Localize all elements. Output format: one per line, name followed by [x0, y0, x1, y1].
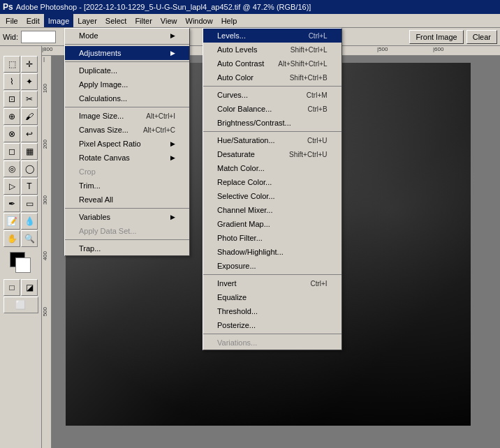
- image-menu-mode[interactable]: Mode ▶: [65, 29, 189, 43]
- adj-shadow-highlight[interactable]: Shadow/Highlight...: [203, 245, 341, 259]
- adj-sep4: [203, 334, 341, 334]
- crop-tool[interactable]: ⊡: [3, 91, 20, 107]
- standard-mode[interactable]: □: [3, 279, 20, 296]
- dodge-tool[interactable]: ◯: [21, 160, 38, 177]
- pen-tool[interactable]: ✒: [3, 195, 20, 212]
- menu-window[interactable]: Window: [182, 14, 217, 27]
- adj-threshold[interactable]: Threshold...: [203, 304, 341, 318]
- adj-photo-filter[interactable]: Photo Filter...: [203, 231, 341, 245]
- image-menu-trim[interactable]: Trim...: [65, 179, 189, 193]
- eraser-tool[interactable]: ◻: [3, 143, 20, 160]
- menu-select[interactable]: Select: [101, 14, 131, 27]
- image-menu-sep4: [65, 208, 189, 209]
- hand-tool[interactable]: ✋: [3, 230, 20, 247]
- marquee-tool[interactable]: ⬚: [3, 56, 20, 73]
- tool-row-3: ⊡ ✂: [3, 91, 38, 107]
- image-menu-adjustments[interactable]: Adjustments ▶: [65, 46, 189, 60]
- adj-selective-color[interactable]: Selective Color...: [203, 189, 341, 203]
- front-image-button[interactable]: Front Image: [409, 30, 463, 44]
- menu-filter[interactable]: Filter: [131, 14, 156, 27]
- magic-wand-tool[interactable]: ✦: [21, 73, 38, 90]
- blur-tool[interactable]: ◎: [3, 160, 20, 177]
- view-mode-row: □ ◪: [3, 279, 38, 296]
- tool-row-4: ⊕ 🖌: [3, 108, 38, 125]
- brush-tool[interactable]: 🖌: [21, 108, 38, 125]
- mode-submenu-arrow: ▶: [170, 32, 175, 39]
- menu-help[interactable]: Help: [217, 14, 242, 27]
- adj-brightness-contrast[interactable]: Brightness/Contrast...: [203, 116, 341, 130]
- tool-row-10: 📝 💧: [3, 213, 38, 230]
- image-menu-calculations[interactable]: Calculations...: [65, 91, 189, 105]
- adj-auto-contrast[interactable]: Auto Contrast Alt+Shift+Ctrl+L: [203, 57, 341, 70]
- adj-color-balance[interactable]: Color Balance... Ctrl+B: [203, 102, 341, 116]
- history-brush-tool[interactable]: ↩: [21, 126, 38, 142]
- move-tool[interactable]: ✛: [21, 56, 38, 73]
- image-menu-apply-data-set[interactable]: Apply Data Set...: [65, 224, 189, 238]
- tool-row-1: ⬚ ✛: [3, 56, 38, 73]
- adj-auto-color[interactable]: Auto Color Shift+Ctrl+B: [203, 70, 341, 84]
- eyedropper-tool[interactable]: 💧: [21, 213, 38, 230]
- width-input[interactable]: [21, 31, 56, 43]
- image-menu-rotate-canvas[interactable]: Rotate Canvas ▶: [65, 151, 189, 165]
- image-menu-sep2: [65, 61, 189, 62]
- title-bar: Ps Adobe Photoshop - [2022-12-10-1229_5-…: [0, 0, 500, 14]
- adj-gradient-map[interactable]: Gradient Map...: [203, 217, 341, 231]
- menu-file[interactable]: File: [1, 14, 22, 27]
- image-menu-reveal-all[interactable]: Reveal All: [65, 193, 189, 207]
- image-menu-variables[interactable]: Variables ▶: [65, 210, 189, 224]
- adj-variations[interactable]: Variations...: [203, 336, 341, 350]
- background-color[interactable]: [15, 257, 31, 273]
- path-selection-tool[interactable]: ▷: [3, 178, 20, 195]
- image-menu-image-size[interactable]: Image Size... Alt+Ctrl+I: [65, 109, 189, 123]
- clone-stamp-tool[interactable]: ⊗: [3, 126, 20, 142]
- adjustments-submenu: Levels... Ctrl+L Auto Levels Shift+Ctrl+…: [203, 28, 342, 350]
- image-menu-canvas-size[interactable]: Canvas Size... Alt+Ctrl+C: [65, 123, 189, 137]
- adjustments-submenu-arrow: ▶: [170, 50, 175, 57]
- slice-tool[interactable]: ✂: [21, 91, 38, 107]
- image-menu: Mode ▶ Adjustments ▶ Duplicate... Apply …: [64, 28, 190, 256]
- adj-posterize[interactable]: Posterize...: [203, 318, 341, 332]
- notes-tool[interactable]: 📝: [3, 213, 20, 230]
- adj-desaturate[interactable]: Desaturate Shift+Ctrl+U: [203, 147, 341, 161]
- variables-arrow: ▶: [170, 214, 175, 221]
- menu-view[interactable]: View: [156, 14, 182, 27]
- image-menu-crop[interactable]: Crop: [65, 165, 189, 179]
- menu-edit[interactable]: Edit: [22, 14, 44, 27]
- tool-row-6: ◻ ▦: [3, 143, 38, 160]
- adj-match-color[interactable]: Match Color...: [203, 161, 341, 175]
- adj-equalize[interactable]: Equalize: [203, 290, 341, 304]
- adj-invert[interactable]: Invert Ctrl+I: [203, 276, 341, 290]
- shape-tool[interactable]: ▭: [21, 195, 38, 212]
- adj-exposure[interactable]: Exposure...: [203, 259, 341, 273]
- image-menu-trap[interactable]: Trap...: [65, 241, 189, 255]
- lasso-tool[interactable]: ⌇: [3, 73, 20, 90]
- tool-row-7: ◎ ◯: [3, 160, 38, 177]
- title-text: Adobe Photoshop - [2022-12-10-1229_5-U-G…: [16, 3, 311, 11]
- adj-channel-mixer[interactable]: Channel Mixer...: [203, 203, 341, 217]
- type-tool[interactable]: T: [21, 178, 38, 195]
- tool-row-8: ▷ T: [3, 178, 38, 195]
- clear-button[interactable]: Clear: [466, 30, 497, 44]
- adj-auto-levels[interactable]: Auto Levels Shift+Ctrl+L: [203, 43, 341, 57]
- adj-levels[interactable]: Levels... Ctrl+L: [203, 29, 341, 43]
- adj-replace-color[interactable]: Replace Color...: [203, 175, 341, 189]
- toolbox: ⬚ ✛ ⌇ ✦ ⊡ ✂ ⊕ 🖌 ⊗ ↩ ◻ ▦ ◎ ◯ ▷ T ✒ ▭ 📝 💧 …: [0, 46, 42, 448]
- menu-layer[interactable]: Layer: [73, 14, 101, 27]
- menu-image[interactable]: Image: [44, 14, 74, 27]
- image-menu-sep5: [65, 239, 189, 240]
- image-menu-duplicate[interactable]: Duplicate...: [65, 64, 189, 77]
- adj-sep3: [203, 274, 341, 275]
- gradient-tool[interactable]: ▦: [21, 143, 38, 160]
- image-menu-sep3: [65, 107, 189, 107]
- adj-curves[interactable]: Curves... Ctrl+M: [203, 88, 341, 102]
- screen-mode-btn[interactable]: ⬜: [3, 297, 38, 313]
- tool-row-11: ✋ 🔍: [3, 230, 38, 247]
- image-menu-apply-image[interactable]: Apply Image...: [65, 77, 189, 91]
- adj-hue-saturation[interactable]: Hue/Saturation... Ctrl+U: [203, 133, 341, 147]
- zoom-tool[interactable]: 🔍: [21, 230, 38, 247]
- quick-mask-mode[interactable]: ◪: [21, 279, 38, 296]
- image-menu-pixel-aspect[interactable]: Pixel Aspect Ratio ▶: [65, 137, 189, 151]
- healing-brush-tool[interactable]: ⊕: [3, 108, 20, 125]
- adj-sep1: [203, 86, 341, 87]
- tool-row-5: ⊗ ↩: [3, 126, 38, 142]
